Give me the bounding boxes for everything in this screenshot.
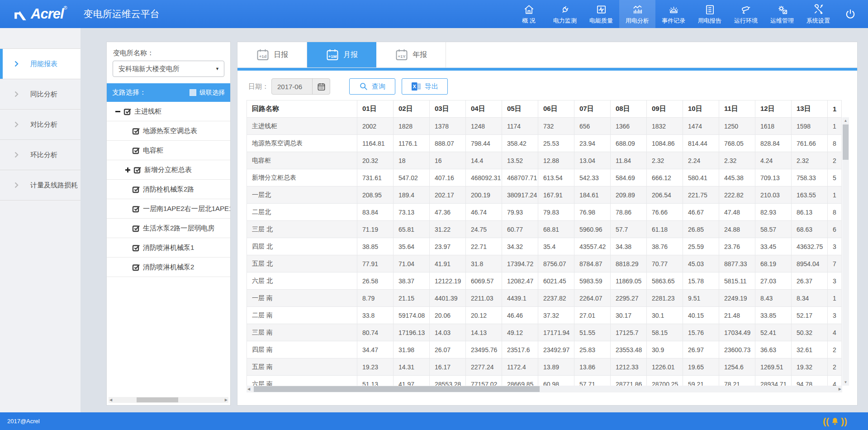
tree-item-label: 消防栓机械泵2路 [143,185,194,194]
nav-item-environment[interactable]: 运行环境 [728,0,764,28]
tab-daily-report[interactable]: +1d 日报 [237,42,307,67]
scrollbar-thumb[interactable] [843,124,849,160]
day-header-cell: 10日 [683,100,719,118]
export-button-label: 导出 [425,82,438,91]
scroll-left-icon[interactable]: ◀ [247,386,250,392]
table-cell: 38.37 [394,272,430,290]
table-cell: 4401.39 [430,290,466,307]
scroll-left-icon[interactable]: ◀ [109,397,112,403]
table-cell: 656 [574,118,611,135]
sidebar-item-label: 对比分析 [30,120,57,129]
report-table-container: 回路名称01日02日03日04日05日06日07日08日09日10日11日12日… [247,100,849,392]
day-header-cell: 04日 [466,100,502,118]
circuit-name-cell: 新增分立柜总表 [247,169,357,186]
scroll-right-icon[interactable]: ▶ [225,397,228,403]
sidebar-item-label: 计量及线路损耗 [30,181,78,190]
tree-item[interactable]: 消防栓机械泵2路 [107,180,230,199]
nav-item-power-analysis[interactable]: 用电分析 [619,0,655,28]
nav-item-system-settings[interactable]: 系统设置 [800,0,836,28]
table-cell: 358.42 [502,135,538,152]
table-cell: 18 [394,152,430,169]
table-cell: 33.45 [755,238,792,255]
table-cell: 1366 [611,118,647,135]
table-row: 新增分立柜总表731.61547.02407.16468092.31468707… [247,169,842,186]
top-nav: 概 况 电力监测 电能质量 用电分析 [511,0,868,28]
logout-button[interactable] [836,0,864,28]
table-cell: 8784.87 [574,255,611,272]
sidebar-item-energy-report[interactable]: 用能报表 [0,49,81,79]
export-button[interactable]: X 导出 [402,78,448,95]
clipped-value-cell: 3 [828,307,842,324]
circuit-name-cell: 主进线柜 [247,118,357,135]
table-cell: 34.38 [611,238,647,255]
table-cell: 468707.71 [502,169,538,186]
tree-item[interactable]: 消防喷淋机械泵2 [107,258,230,277]
tree-horizontal-scrollbar[interactable]: ◀ ▶ [109,397,228,403]
nav-item-power-quality[interactable]: 电能质量 [583,0,619,28]
nav-item-ops-management[interactable]: 运维管理 [764,0,800,28]
table-cell: 23492.97 [538,341,574,358]
table-cell: 51.55 [574,324,611,341]
table-cell: 163.55 [792,186,828,204]
nav-item-event-log[interactable]: 事件记录 [655,0,692,28]
table-cell: 73.13 [394,204,430,221]
query-button[interactable]: 查询 [349,78,395,95]
collapse-minus-icon[interactable] [115,109,121,115]
table-cell: 26.97 [683,341,719,358]
table-cell: 25.59 [683,238,719,255]
date-input[interactable]: 2017-06 [271,78,330,95]
table-cell: 30.17 [611,307,647,324]
tree-item-label: 消防喷淋机械泵1 [143,244,194,252]
day-header-cell: 13日 [792,100,828,118]
table-cell: 50.32 [792,324,828,341]
tree-item[interactable]: 消防喷淋机械泵1 [107,238,230,258]
nav-item-power-monitor[interactable]: 电力监测 [547,0,583,28]
table-cell: 78.86 [611,204,647,221]
date-value[interactable]: 2017-06 [272,79,312,94]
table-cell: 11869.05 [611,272,647,290]
bell-wave-left: (( [823,416,829,426]
tab-yearly-report[interactable]: +1Y 年报 [376,42,446,67]
nav-label: 事件记录 [662,17,685,25]
table-cell: 30.9 [647,341,683,358]
nav-item-overview[interactable]: 概 况 [511,0,547,28]
sidebar-item-line-loss[interactable]: 计量及线路损耗 [0,170,81,201]
nav-item-power-report[interactable]: 用电报告 [692,0,728,28]
table-horizontal-scrollbar[interactable]: ◀ ▶ [247,386,842,392]
scrollbar-thumb[interactable] [137,397,178,402]
tree-item[interactable]: 地源热泵空调总表 [107,121,230,141]
table-row: 二层 南33.859174.0820.0620.1246.4637.3227.0… [247,307,842,324]
table-cell: 1084.86 [647,135,683,152]
circuit-name-cell: 二层北 [247,204,357,221]
table-cell: 613.54 [538,169,574,186]
tree-item[interactable]: 生活水泵2路一层弱电房 [107,219,230,238]
tree-item[interactable]: 新增分立柜总表 [107,160,230,180]
sidebar-item-mom-analysis[interactable]: 环比分析 [0,140,81,170]
tree-item[interactable]: 一层南1APE2右一层北1APE1柜 [107,199,230,219]
table-cell: 35.64 [394,238,430,255]
table-vertical-scrollbar[interactable]: ▲ ▼ [842,117,849,386]
scroll-up-icon[interactable]: ▲ [842,119,849,123]
scrollbar-thumb[interactable] [254,386,540,392]
clipped-value-cell: 2 [828,358,842,376]
cascade-checkbox[interactable]: 级联选择 [190,89,225,97]
alarm-bell-button[interactable]: (( )) [823,416,847,426]
expand-plus-icon[interactable] [125,167,131,173]
table-row: 主进线柜200218281378124811747326561366183214… [247,118,842,135]
sidebar-item-yoy-analysis[interactable]: 同比分析 [0,79,81,110]
station-select[interactable]: 安科瑞新大楼变电所 ▼ [113,61,224,77]
table-row: 五层 北77.9171.0441.9131.817394.728756.0787… [247,255,842,272]
tree-item[interactable]: 电容柜 [107,141,230,160]
date-picker-button[interactable] [312,79,330,94]
scroll-down-icon[interactable]: ▼ [842,380,849,384]
power-icon [844,8,857,20]
tab-monthly-report[interactable]: +1M 月报 [307,42,376,67]
clipped-value-cell: 1 [828,290,842,307]
scroll-right-icon[interactable]: ▶ [839,386,841,392]
table-cell: 1254.6 [719,358,755,376]
bar-chart-icon [631,4,644,15]
table-row: 二层北83.8473.1347.3646.7479.9379.8376.9878… [247,204,842,221]
nav-label: 运维管理 [770,17,794,25]
sidebar-item-compare-analysis[interactable]: 对比分析 [0,110,81,140]
tree-item[interactable]: 主进线柜 [107,102,230,121]
